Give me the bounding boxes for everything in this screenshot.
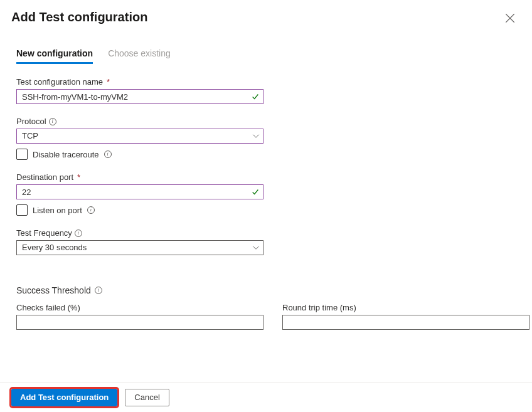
info-icon[interactable]: i (75, 230, 82, 237)
frequency-label: Test Frequency i (16, 228, 82, 238)
disable-traceroute-label: Disable traceroute (33, 150, 99, 159)
protocol-label: Protocol i (16, 117, 56, 126)
page-title: Add Test configuration (11, 10, 147, 24)
dest-port-input[interactable] (16, 184, 263, 199)
info-icon[interactable]: i (104, 151, 112, 158)
checks-failed-label: Checks failed (%) (16, 303, 80, 312)
tab-choose-existing[interactable]: Choose existing (108, 48, 171, 64)
name-input[interactable] (16, 89, 263, 104)
listen-on-port-label: Listen on port (33, 206, 82, 215)
required-indicator: * (107, 77, 110, 87)
success-threshold-label: Success Threshold i (16, 285, 517, 295)
disable-traceroute-checkbox[interactable] (16, 149, 28, 160)
required-indicator: * (77, 172, 80, 182)
add-test-configuration-button[interactable]: Add Test configuration (11, 389, 117, 406)
info-icon[interactable]: i (49, 118, 56, 125)
rtt-label: Round trip time (ms) (282, 303, 356, 312)
name-label: Test configuration name* (16, 77, 110, 87)
checks-failed-input[interactable] (16, 315, 263, 330)
tabs: New configuration Choose existing (11, 48, 517, 65)
tab-new-configuration[interactable]: New configuration (16, 48, 93, 64)
dest-port-label: Destination port* (16, 172, 80, 182)
rtt-input[interactable] (282, 315, 529, 330)
info-icon[interactable]: i (95, 287, 102, 294)
protocol-select[interactable]: TCP (16, 129, 263, 144)
listen-on-port-checkbox[interactable] (16, 204, 28, 216)
frequency-select[interactable]: Every 30 seconds (16, 240, 263, 255)
info-icon[interactable]: i (87, 206, 95, 214)
close-icon[interactable] (504, 13, 516, 24)
cancel-button[interactable]: Cancel (125, 389, 169, 406)
